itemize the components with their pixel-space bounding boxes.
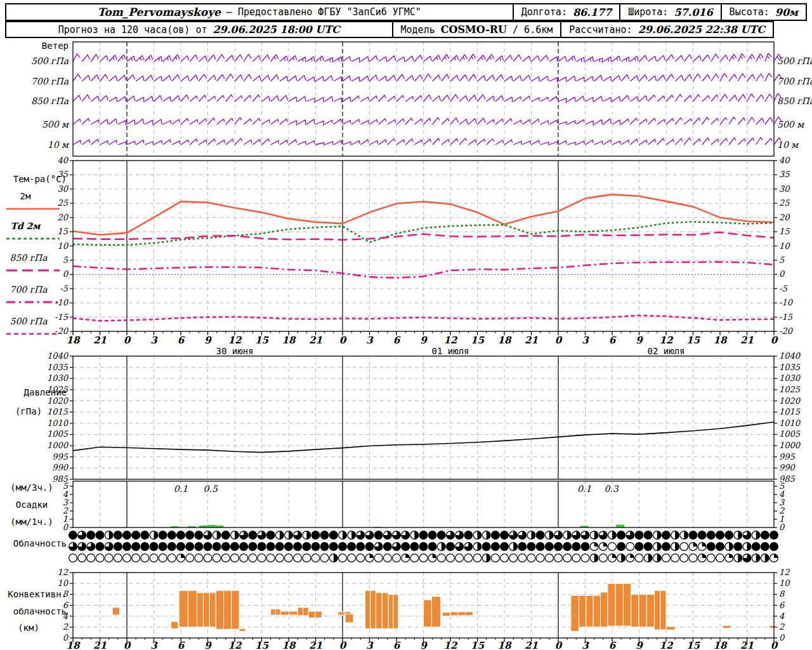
convective-cloud-bar xyxy=(466,612,473,616)
svg-text:10: 10 xyxy=(57,578,69,588)
svg-text:-20: -20 xyxy=(779,326,794,336)
convective-cloud-bar xyxy=(450,612,458,616)
longitude-label: Долгота: xyxy=(521,6,567,18)
convective-cloud-bar xyxy=(393,594,398,628)
svg-text:5: 5 xyxy=(779,481,785,491)
svg-text:0.1: 0.1 xyxy=(577,484,591,494)
convective-cloud-bar xyxy=(224,590,232,629)
convective-cloud-bar xyxy=(289,611,298,615)
svg-text:1035: 1035 xyxy=(47,362,69,372)
svg-text:6: 6 xyxy=(178,335,185,346)
convective-cloud-bar xyxy=(431,597,440,627)
svg-text:1020: 1020 xyxy=(779,396,801,406)
convective-cloud-bar xyxy=(275,609,280,615)
convective-cloud-bar xyxy=(171,621,178,628)
svg-text:12: 12 xyxy=(779,567,790,577)
convective-cloud-bar xyxy=(639,594,646,627)
convective-cloud-bar xyxy=(216,590,223,629)
model-label: Модель xyxy=(401,24,435,36)
convective-cloud-bar xyxy=(338,612,344,615)
svg-text:995: 995 xyxy=(52,452,69,461)
svg-text:0: 0 xyxy=(779,522,785,532)
model-resolution: / 6.6км xyxy=(513,24,553,36)
svg-text:0: 0 xyxy=(339,335,347,346)
svg-text:4: 4 xyxy=(63,489,69,499)
header-forecast-cell: Прогноз на 120 часа(ов) от 29.06.2025 18… xyxy=(6,22,392,37)
latitude-label: Широта: xyxy=(628,6,668,18)
svg-text:21: 21 xyxy=(740,640,754,650)
svg-text:5: 5 xyxy=(63,255,69,265)
svg-text:1035: 1035 xyxy=(779,362,801,372)
svg-text:4: 4 xyxy=(779,489,785,499)
svg-text:18: 18 xyxy=(714,640,728,650)
svg-text:21: 21 xyxy=(93,640,107,650)
svg-text:-5: -5 xyxy=(60,284,68,293)
svg-text:01 июля: 01 июля xyxy=(431,346,469,356)
svg-text:0: 0 xyxy=(771,640,778,650)
cloud-cover-rows xyxy=(69,531,778,562)
svg-text:3: 3 xyxy=(779,498,785,507)
svg-text:4: 4 xyxy=(779,611,785,621)
svg-text:0: 0 xyxy=(124,335,131,346)
station-name: Tom_Pervomayskoye xyxy=(98,6,221,18)
svg-text:12: 12 xyxy=(228,335,242,346)
convective-cloud-bar xyxy=(424,600,432,627)
svg-text:990: 990 xyxy=(779,463,796,472)
convective-cloud-bar xyxy=(608,583,615,626)
meteogram-page: Tom_Pervomayskoye — Предоставлено ФГБУ "… xyxy=(0,0,812,650)
svg-text:6: 6 xyxy=(63,600,69,610)
svg-text:-10: -10 xyxy=(779,298,794,307)
svg-text:990: 990 xyxy=(52,463,69,472)
convective-cloud-bar xyxy=(365,590,370,628)
convective-cloud-bar xyxy=(179,590,188,627)
svg-text:3: 3 xyxy=(150,335,158,346)
convective-cloud-bar xyxy=(769,625,774,628)
convective-cloud-bar xyxy=(239,628,246,631)
svg-text:0: 0 xyxy=(779,633,785,642)
svg-text:-15: -15 xyxy=(779,312,793,322)
svg-text:0: 0 xyxy=(339,640,347,650)
svg-text:12: 12 xyxy=(660,335,674,346)
svg-text:1030: 1030 xyxy=(779,373,801,383)
svg-text:18: 18 xyxy=(498,640,512,650)
svg-text:9: 9 xyxy=(204,640,212,650)
svg-text:10: 10 xyxy=(779,241,790,251)
svg-text:12: 12 xyxy=(444,640,458,650)
convective-cloud-bar xyxy=(593,595,600,627)
svg-text:15: 15 xyxy=(686,640,700,650)
svg-text:12: 12 xyxy=(660,640,674,650)
svg-text:2: 2 xyxy=(779,622,785,632)
svg-text:0: 0 xyxy=(779,269,785,279)
svg-text:1040: 1040 xyxy=(779,351,801,361)
convective-cloud-bar xyxy=(345,614,353,623)
svg-text:6: 6 xyxy=(393,335,401,346)
svg-text:0: 0 xyxy=(555,335,563,346)
svg-text:18: 18 xyxy=(67,640,81,650)
svg-text:21: 21 xyxy=(93,335,107,346)
svg-text:15: 15 xyxy=(686,335,700,346)
svg-text:6: 6 xyxy=(779,600,785,610)
header-calc-cell: Рассчитано: 29.06.2025 22:38 UTC xyxy=(560,22,773,37)
convective-cloud-bar xyxy=(586,595,593,627)
header-station-cell: Tom_Pervomayskoye — Предоставлено ФГБУ "… xyxy=(6,4,513,20)
svg-text:20: 20 xyxy=(779,213,790,222)
svg-text:15: 15 xyxy=(57,227,68,236)
svg-text:9: 9 xyxy=(636,640,643,650)
svg-text:1010: 1010 xyxy=(47,418,69,428)
svg-text:1040: 1040 xyxy=(47,351,69,361)
header-row-1: Tom_Pervomayskoye — Предоставлено ФГБУ "… xyxy=(5,3,807,21)
convective-cloud-bar xyxy=(298,607,303,616)
convective-cloud-bar xyxy=(666,627,675,630)
convective-cloud-bar xyxy=(646,594,654,627)
svg-text:18: 18 xyxy=(282,335,296,346)
svg-text:1000: 1000 xyxy=(47,441,69,450)
svg-text:9: 9 xyxy=(636,335,643,346)
svg-text:21: 21 xyxy=(309,640,322,650)
convective-cloud-bar xyxy=(188,590,197,627)
header-alt-cell: Высота: 90м xyxy=(721,4,806,20)
svg-text:25: 25 xyxy=(779,198,790,208)
svg-text:0.5: 0.5 xyxy=(204,484,218,494)
convective-cloud-bar xyxy=(315,611,322,618)
svg-text:10: 10 xyxy=(779,578,790,588)
svg-text:1010: 1010 xyxy=(779,418,801,428)
